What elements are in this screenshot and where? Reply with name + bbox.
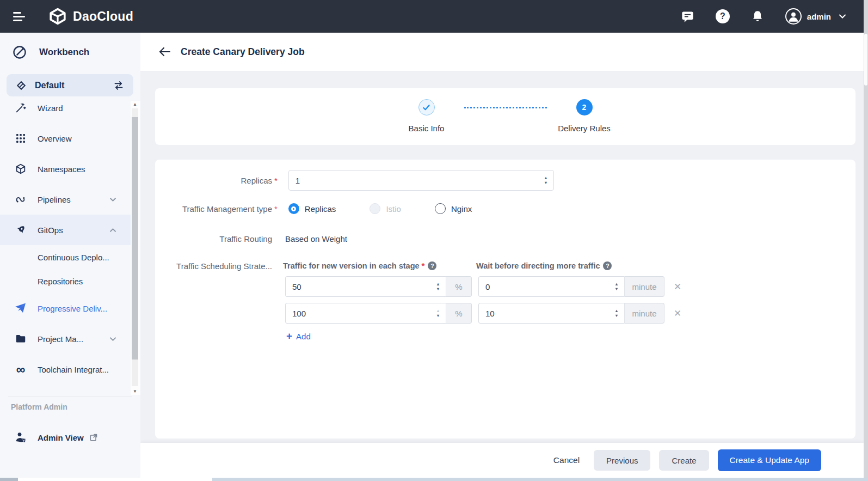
number-stepper[interactable]: ▲▼ <box>610 282 623 291</box>
sidebar-scrollbar[interactable]: ▲ ▼ <box>131 101 140 395</box>
workbench-header[interactable]: Workbench <box>12 45 89 60</box>
chevron-down-icon[interactable] <box>839 14 846 19</box>
admin-user-icon <box>14 431 27 444</box>
chevron-down-icon <box>109 337 116 342</box>
sidebar-divider <box>8 397 132 397</box>
step-completed-check-icon <box>418 99 435 115</box>
brand: DaoCloud <box>49 8 133 25</box>
replicas-row: Replicas * ▲▼ <box>155 170 855 191</box>
number-stepper[interactable]: ▲▼ <box>432 282 445 291</box>
stepper-down-icon[interactable]: ▼ <box>436 287 440 291</box>
workbench-label: Workbench <box>39 47 89 58</box>
sidebar-item-namespaces[interactable]: Namespaces <box>0 154 140 184</box>
required-marker: * <box>274 176 278 185</box>
bird-icon <box>14 302 27 315</box>
number-stepper[interactable]: ▲▼ <box>432 308 445 318</box>
cube-icon <box>14 163 27 175</box>
stepper-down-icon[interactable]: ▼ <box>544 180 547 185</box>
stepper: Basic Info 2 Delivery Rules <box>155 88 855 133</box>
top-navbar: DaoCloud ? admin <box>0 0 868 33</box>
wait-input-group: ▲▼ minute <box>478 303 664 324</box>
help-circle-icon[interactable]: ? <box>603 261 612 270</box>
sidebar-item-progressive-delivery[interactable]: Progressive Deliv... <box>0 293 140 324</box>
traffic-input[interactable] <box>286 282 432 291</box>
sidebar-item-admin-view[interactable]: Admin View <box>0 426 140 449</box>
scroll-down-arrow[interactable]: ▼ <box>132 388 138 394</box>
sidebar-item-project-management[interactable]: Project Ma... <box>0 324 140 354</box>
stepper-up-icon[interactable]: ▲ <box>544 175 547 180</box>
remove-row-icon[interactable]: ✕ <box>674 282 681 291</box>
help-icon[interactable]: ? <box>716 9 730 23</box>
admin-view-label: Admin View <box>38 433 84 442</box>
stepper-connector <box>464 99 547 115</box>
stepper-up-icon[interactable]: ▲ <box>436 282 440 287</box>
sidebar-item-label: Wizard <box>38 103 63 113</box>
avatar[interactable]: admin <box>785 8 831 25</box>
required-marker: * <box>422 261 425 270</box>
hamburger-icon[interactable] <box>13 10 26 23</box>
percent-unit: % <box>446 276 472 297</box>
wait-input[interactable] <box>479 309 610 318</box>
sidebar-item-pipelines[interactable]: Pipelines <box>0 184 140 215</box>
step-label: Delivery Rules <box>558 124 611 133</box>
traffic-input-group: ▲▼ % <box>285 276 472 297</box>
create-and-update-app-button[interactable]: Create & Update App <box>718 449 822 471</box>
cancel-button[interactable]: Cancel <box>553 455 580 465</box>
radio-label: Istio <box>386 204 401 214</box>
stepper-down-icon[interactable]: ▼ <box>614 287 618 291</box>
back-arrow-icon[interactable] <box>158 46 171 57</box>
sidebar-item-repositories[interactable]: Repositories <box>0 269 140 293</box>
traffic-routing-value: Based on Weight <box>285 234 347 243</box>
stepper-up-icon[interactable]: ▲ <box>614 282 618 287</box>
sidebar-item-gitops[interactable]: GitOps <box>0 215 140 245</box>
window-horizontal-scrollbar[interactable] <box>0 478 868 481</box>
replicas-input[interactable] <box>289 176 539 185</box>
previous-button[interactable]: Previous <box>594 450 650 471</box>
scrollbar-thumb[interactable] <box>18 478 212 481</box>
radio-nginx[interactable]: Nginx <box>435 203 472 214</box>
sidebar-item-toolchain-integration[interactable]: ∞ Toolchain Integrat... <box>0 354 140 385</box>
swap-icon[interactable] <box>113 80 125 92</box>
traffic-input-group: ▲▼ % <box>285 303 472 324</box>
bell-icon[interactable] <box>750 9 765 23</box>
help-circle-icon[interactable]: ? <box>428 261 436 270</box>
number-stepper[interactable]: ▲▼ <box>539 175 552 185</box>
grid-icon <box>14 133 27 144</box>
scrollbar-thumb[interactable] <box>864 34 867 86</box>
remove-row-icon[interactable]: ✕ <box>674 309 681 318</box>
scrollbar-thumb[interactable] <box>132 117 138 360</box>
traffic-input-box: ▲▼ <box>285 303 446 324</box>
sidebar: Workbench Default Wizard <box>0 33 140 481</box>
window-vertical-scrollbar[interactable] <box>864 0 868 481</box>
sidebar-item-label: Pipelines <box>38 195 71 204</box>
wand-icon <box>14 102 27 114</box>
page-header: Create Canary Delivery Job <box>140 33 864 71</box>
number-stepper[interactable]: ▲▼ <box>610 308 623 318</box>
navbar-actions: ? admin <box>660 8 846 25</box>
step-basic-info: Basic Info <box>397 99 457 133</box>
form-footer: Cancel Previous Create Create & Update A… <box>140 443 864 478</box>
stepper-up-icon[interactable]: ▲ <box>614 308 618 313</box>
sidebar-item-label: GitOps <box>38 226 63 235</box>
add-stage-button[interactable]: + Add <box>286 331 855 341</box>
scroll-up-arrow[interactable]: ▲ <box>132 101 138 107</box>
chevron-up-icon <box>109 228 116 233</box>
sidebar-item-continuous-deployment[interactable]: Continuous Deplo... <box>0 245 140 269</box>
stepper-down-icon[interactable]: ▼ <box>614 313 618 318</box>
create-button[interactable]: Create <box>659 450 709 471</box>
chat-icon[interactable] <box>680 9 695 24</box>
scheduling-headers: Traffic for new version in each stage * … <box>283 261 855 270</box>
radio-selected-icon <box>288 203 299 214</box>
traffic-input[interactable] <box>286 309 432 318</box>
stepper-down-icon[interactable]: ▼ <box>436 313 440 318</box>
sidebar-menu: Wizard Overview Namespaces <box>0 93 140 385</box>
stepper-up-icon[interactable]: ▲ <box>436 308 440 313</box>
sidebar-item-overview[interactable]: Overview <box>0 123 140 154</box>
sidebar-item-wizard[interactable]: Wizard <box>0 93 140 123</box>
workspace-icon <box>15 80 27 92</box>
radio-replicas[interactable]: Replicas <box>288 203 336 214</box>
traffic-routing-label: Traffic Routing <box>155 234 272 243</box>
brand-name: DaoCloud <box>73 9 133 24</box>
wait-input[interactable] <box>479 282 610 291</box>
percent-unit: % <box>446 303 472 324</box>
